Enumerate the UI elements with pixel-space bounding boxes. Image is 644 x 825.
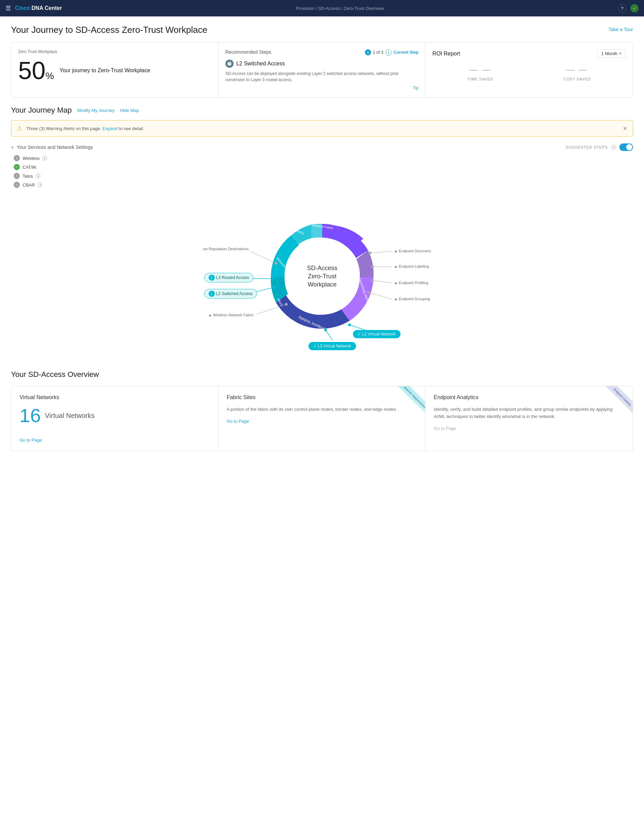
line-l3-vn <box>326 330 333 340</box>
time-saved-metric: — — TIME SAVED <box>468 65 493 81</box>
cat9k-label: CAT9K <box>23 165 37 170</box>
warning-expand-link[interactable]: Expand <box>103 126 118 131</box>
fabric-sites-card: Network Segmentation Fabric Sites A port… <box>219 386 426 451</box>
modify-journey-link[interactable]: Modify My Journey <box>77 108 115 113</box>
breadcrumb-sdaccess[interactable]: SD-Access <box>318 6 340 11</box>
recommended-steps-card: Recommended Steps ℹ 1 of 3 ℹ Current Ste… <box>219 42 426 97</box>
vn-number: 16 <box>20 406 41 425</box>
dot-l2-vn <box>348 323 351 326</box>
service-talos: ◷ Talos ℹ <box>14 173 633 179</box>
warning-close-button[interactable]: ✕ <box>623 125 627 132</box>
vn-go-to-page[interactable]: Go to Page <box>20 437 42 443</box>
step-badge: ℹ 1 of 3 ℹ Current Step <box>365 49 419 56</box>
time-saved-label: TIME SAVED <box>468 77 493 81</box>
label-wireless-warn: ▲ Wireless Network Fabric <box>208 313 254 317</box>
step-title-row: 🕐 L2 Switched Access <box>225 60 419 68</box>
talos-status-dot: ◷ <box>14 173 20 179</box>
tip-link[interactable]: Tip <box>225 86 419 90</box>
step-title-text: L2 Switched Access <box>236 60 285 67</box>
services-section: ∨ Your Services and Network Settings SUG… <box>11 144 633 188</box>
roi-title: ROI Report <box>432 51 460 57</box>
vn-card-title: Virtual Networks <box>20 394 210 400</box>
suggested-steps-toggle[interactable] <box>619 144 633 151</box>
roi-card: ROI Report 1 Month ▼ — — TIME SAVED — — … <box>425 42 633 97</box>
cost-saved-label: COST SAVED <box>564 77 591 81</box>
label-ep-labeling: ▲ Endpoint Labeling <box>394 264 429 268</box>
zero-trust-description: Your journey to Zero-Trust Workplace <box>60 66 150 75</box>
overview-cards-row: Virtual Networks 16 Virtual Networks Go … <box>11 386 633 451</box>
roi-header: ROI Report 1 Month ▼ <box>432 49 626 58</box>
center-text-line1: SD-Access <box>307 265 337 272</box>
suggested-steps-label: SUGGESTED STEPS <box>566 145 608 149</box>
percent-value: 50 <box>18 57 45 84</box>
wireless-status-dot: ◷ <box>14 155 20 161</box>
l3-vn-button[interactable]: ✓ L3 Virtual Network <box>308 342 356 350</box>
dot-l2-switched <box>273 286 276 289</box>
brand-logo: Cisco DNA Center <box>15 5 62 11</box>
label-ep-profiling: ▲ Endpoint Profiling <box>394 281 428 285</box>
time-saved-value: — — <box>468 65 493 74</box>
services-title[interactable]: ∨ Your Services and Network Settings <box>11 144 93 150</box>
warning-banner: ⚠ Three (3) Warning Alerts on this page.… <box>11 120 633 137</box>
ea-go-to-page: Go to Page <box>434 426 456 431</box>
journey-map-header: Your Journey Map Modify My Journey Hide … <box>11 106 633 115</box>
dot-ep-profiling <box>371 279 374 282</box>
l3-routed-badge: 1 L3 Routed Access <box>204 273 254 283</box>
dot-ep-grouping <box>367 291 370 294</box>
service-cbar: ◷ CBAR ℹ <box>14 182 633 188</box>
suggested-steps-info-icon[interactable]: ℹ <box>611 145 616 150</box>
nav-actions: ? ✓ <box>618 4 639 12</box>
chevron-down-icon: ▼ <box>619 52 622 56</box>
cbar-label: CBAR <box>23 182 35 188</box>
take-tour-link[interactable]: Take a Tour <box>609 27 633 32</box>
page-title: Your Journey to SD-Access Zero-Trust Wor… <box>11 25 207 35</box>
cat9k-status-dot: ✓ <box>14 164 20 170</box>
help-icon[interactable]: ? <box>618 4 626 12</box>
wireless-info-icon[interactable]: ℹ <box>42 156 47 161</box>
brand-cisco: Cisco <box>15 5 30 11</box>
l2-switched-label[interactable]: 1 L2 Switched Access <box>204 289 257 298</box>
zero-trust-body: 50% Your journey to Zero-Trust Workplace <box>18 58 211 83</box>
donut-chart-container: Threat Containment Trust Monitoring Thre… <box>11 195 633 359</box>
rec-card-title: Recommended Steps <box>225 49 271 55</box>
breadcrumb-provision[interactable]: Provision <box>296 6 314 11</box>
service-wireless: ◷ Wireless ℹ <box>14 155 633 161</box>
status-icon[interactable]: ✓ <box>630 4 639 12</box>
journey-map-title: Your Journey Map <box>11 106 72 115</box>
hide-map-link[interactable]: Hide Map <box>120 108 139 113</box>
services-header: ∨ Your Services and Network Settings SUG… <box>11 144 633 151</box>
line-ep-profiling <box>373 280 392 283</box>
service-cat9k: ✓ CAT9K <box>14 164 633 170</box>
talos-label: Talos <box>23 173 33 179</box>
toggle-knob <box>626 144 632 150</box>
cbar-info-icon[interactable]: ℹ <box>38 182 42 187</box>
breadcrumb-zerotrust[interactable]: Zero-Trust Overview <box>344 6 384 11</box>
l2-switched-badge: 1 L2 Switched Access <box>204 289 257 298</box>
fs-card-title: Fabric Sites <box>227 394 417 400</box>
ea-card-title: Endpoint Analytics <box>434 394 624 400</box>
dot-talos <box>275 262 277 265</box>
month-select[interactable]: 1 Month ▼ <box>598 49 626 58</box>
line-ep-discovery <box>370 251 392 253</box>
l2-vn-button[interactable]: ✓ L2 Virtual Network <box>353 330 401 338</box>
top-navigation: ☰ Cisco DNA Center Provision / SD-Access… <box>0 0 644 16</box>
step-description: SD-Access can be deployed alongside exis… <box>225 71 419 83</box>
talos-info-icon[interactable]: ℹ <box>35 173 40 178</box>
label-ep-grouping: ▲ Endpoint Grouping <box>394 297 430 301</box>
l3-routed-label[interactable]: 1 L3 Routed Access <box>204 273 254 283</box>
dot-wireless <box>285 303 288 306</box>
breadcrumb-separator-2: / <box>341 6 344 11</box>
warning-text: Three (3) Warning Alerts on this page. E… <box>26 126 619 131</box>
center-text-line2: Zero-Trust <box>308 273 336 280</box>
cbar-status-dot: ◷ <box>14 182 20 188</box>
step-clock-icon: 🕐 <box>225 60 234 68</box>
step-current-badge: ℹ <box>365 49 371 56</box>
roi-metrics: — — TIME SAVED — — COST SAVED <box>432 65 626 81</box>
hamburger-menu-icon[interactable]: ☰ <box>5 5 11 12</box>
zero-trust-card: Zero Trust Workplace 50% Your journey to… <box>11 42 219 97</box>
brand-product-name: DNA Center <box>31 5 62 11</box>
vn-card-body: 16 Virtual Networks <box>20 406 210 425</box>
zero-trust-percent: 50% <box>18 58 54 83</box>
fs-go-to-page[interactable]: Go to Page <box>227 419 249 424</box>
service-items-list: ◷ Wireless ℹ ✓ CAT9K ◷ Talos ℹ ◷ CBAR ℹ <box>14 155 633 188</box>
